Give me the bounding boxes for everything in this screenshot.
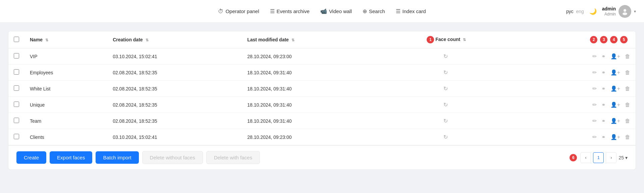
svg-point-0 (624, 9, 626, 12)
delete-without-faces-button[interactable]: Delete without faces (142, 151, 203, 164)
main-content: Name ⇅ Creation date ⇅ Last modified dat… (0, 23, 644, 175)
col-name[interactable]: Name ⇅ (24, 31, 107, 48)
delete-icon-6[interactable]: 🗑 (625, 134, 630, 140)
row-modified-3: 18.10.2024, 09:31:40 (242, 81, 383, 97)
edit-icon-6[interactable]: ✏ (592, 134, 597, 140)
edit-icon-3[interactable]: ✏ (592, 85, 597, 92)
refresh-icon-6[interactable]: ↻ (443, 134, 448, 140)
avatar (619, 5, 631, 18)
delete-icon-4[interactable]: 🗑 (625, 102, 630, 108)
row-facecount-3: ↻ (383, 81, 508, 97)
add-person-icon-2[interactable]: 👤+ (610, 69, 620, 76)
row-checkbox-2[interactable] (14, 69, 19, 75)
delete-icon-1[interactable]: 🗑 (625, 53, 630, 60)
add-person-icon-3[interactable]: 👤+ (610, 85, 620, 92)
refresh-icon-2[interactable]: ↻ (443, 70, 448, 75)
sort-icon-name: ⇅ (45, 38, 48, 42)
row-checkbox-1[interactable] (14, 53, 19, 59)
row-name-5: Team (24, 113, 107, 129)
link-icon-1[interactable]: ⚭ (601, 53, 606, 60)
link-icon-2[interactable]: ⚭ (601, 70, 606, 76)
chevron-down-icon: ▾ (634, 9, 636, 14)
table-row: Clients 03.10.2024, 15:02:41 28.10.2024,… (8, 129, 636, 145)
table-row: White List 02.08.2024, 18:52:35 18.10.20… (8, 81, 636, 97)
nav-right: рус eng 🌙 admin Admin ▾ (566, 5, 636, 18)
search-icon: ⊕ (363, 8, 367, 14)
dark-mode-icon[interactable]: 🌙 (589, 8, 597, 15)
link-icon-4[interactable]: ⚭ (601, 102, 606, 108)
navbar: ⏱ Operator panel ☰ Events archive 📹 Vide… (0, 0, 644, 23)
row-creation-4: 02.08.2024, 18:52:35 (107, 97, 242, 113)
lang-ru[interactable]: рус (566, 9, 573, 14)
col-face-label: Face count (435, 37, 460, 42)
link-icon-3[interactable]: ⚭ (601, 86, 606, 92)
delete-with-faces-button[interactable]: Delete with faces (206, 151, 260, 164)
action-badge-3: 3 (600, 36, 607, 43)
nav-search[interactable]: ⊕ Search (363, 7, 385, 16)
row-checkbox-4[interactable] (14, 102, 19, 107)
row-creation-5: 02.08.2024, 18:52:35 (107, 113, 242, 129)
delete-icon-3[interactable]: 🗑 (625, 86, 630, 92)
add-person-icon-6[interactable]: 👤+ (610, 134, 620, 140)
col-face-count[interactable]: 1 Face count ⇅ (383, 31, 508, 48)
link-icon-5[interactable]: ⚭ (601, 118, 606, 124)
edit-icon-5[interactable]: ✏ (592, 118, 597, 124)
action-badge-5: 5 (620, 36, 628, 43)
row-facecount-2: ↻ (383, 65, 508, 81)
prev-page-button[interactable]: ‹ (580, 152, 591, 163)
delete-icon-2[interactable]: 🗑 (625, 70, 630, 76)
col-creation-date[interactable]: Creation date ⇅ (107, 31, 242, 48)
refresh-icon-5[interactable]: ↻ (443, 118, 448, 124)
nav-events-archive[interactable]: ☰ Events archive (270, 7, 310, 16)
row-modified-2: 18.10.2024, 09:31:40 (242, 65, 383, 81)
edit-icon-4[interactable]: ✏ (592, 102, 597, 108)
sort-icon-modified: ⇅ (291, 38, 294, 42)
export-faces-button[interactable]: Export faces (50, 151, 92, 164)
create-button[interactable]: Create (16, 151, 46, 164)
add-person-icon-5[interactable]: 👤+ (610, 118, 620, 124)
clock-icon: ⏱ (218, 8, 223, 14)
refresh-icon-1[interactable]: ↻ (443, 53, 448, 59)
edit-icon-1[interactable]: ✏ (592, 53, 597, 60)
select-all-checkbox[interactable] (14, 37, 19, 42)
refresh-icon-3[interactable]: ↻ (443, 86, 448, 91)
link-icon-6[interactable]: ⚭ (601, 134, 606, 140)
row-checkbox-6[interactable] (14, 134, 19, 139)
add-person-icon-4[interactable]: 👤+ (610, 102, 620, 108)
chevron-pagesize-icon[interactable]: ▾ (625, 155, 628, 160)
batch-import-button[interactable]: Batch import (96, 151, 139, 164)
row-modified-5: 18.10.2024, 09:31:40 (242, 113, 383, 129)
row-checkbox-5[interactable] (14, 118, 19, 123)
page-size: 25 ▾ (619, 155, 628, 160)
current-page: 1 (593, 152, 604, 163)
refresh-icon-4[interactable]: ↻ (443, 102, 448, 108)
row-creation-2: 02.08.2024, 18:52:35 (107, 65, 242, 81)
nav-operator-panel[interactable]: ⏱ Operator panel (218, 7, 259, 16)
user-name: admin (602, 6, 616, 12)
col-creation-label: Creation date (113, 37, 143, 42)
row-checkbox-cell (8, 81, 24, 97)
user-badge[interactable]: admin Admin ▾ (602, 5, 636, 18)
next-page-button[interactable]: › (606, 152, 616, 163)
nav-video-wall[interactable]: 📹 Video wall (320, 7, 352, 16)
pagination: 6 ‹ 1 › 25 ▾ (570, 152, 628, 163)
nav-index-card[interactable]: ☰ Index card (396, 7, 426, 16)
row-name-4: Unique (24, 97, 107, 113)
row-actions-6: ✏ ⚭ 👤+ 🗑 (508, 129, 636, 145)
row-actions-5: ✏ ⚭ 👤+ 🗑 (508, 113, 636, 129)
edit-icon-2[interactable]: ✏ (592, 69, 597, 76)
nav-items: ⏱ Operator panel ☰ Events archive 📹 Vide… (218, 7, 426, 16)
delete-icon-5[interactable]: 🗑 (625, 118, 630, 124)
lang-switch: рус eng (566, 9, 584, 14)
row-checkbox-3[interactable] (14, 85, 19, 91)
row-creation-6: 03.10.2024, 15:02:41 (107, 129, 242, 145)
sort-icon-face: ⇅ (463, 38, 466, 42)
row-modified-6: 28.10.2024, 09:23:00 (242, 129, 383, 145)
lang-en[interactable]: eng (576, 9, 584, 14)
action-badge-2: 2 (590, 36, 597, 43)
add-person-icon-1[interactable]: 👤+ (610, 53, 620, 60)
nav-label-events: Events archive (277, 8, 310, 14)
face-count-badge: 1 (427, 36, 434, 43)
col-last-modified[interactable]: Last modified date ⇅ (242, 31, 383, 48)
table-header-row: Name ⇅ Creation date ⇅ Last modified dat… (8, 31, 636, 48)
